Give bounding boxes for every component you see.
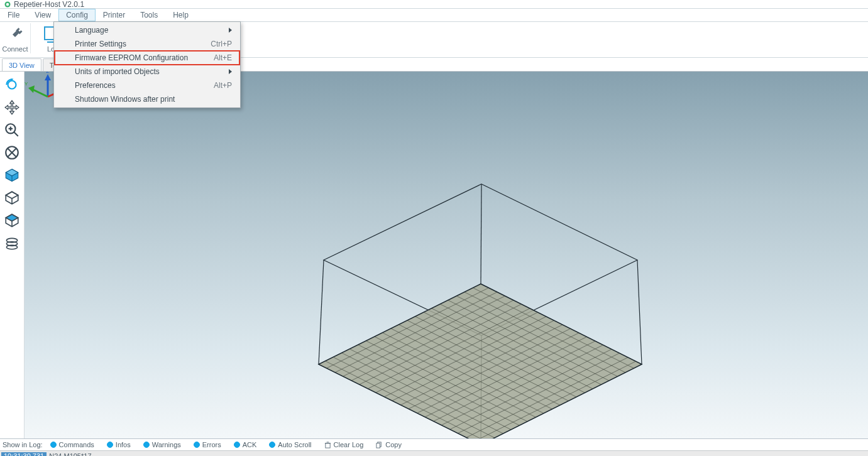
menu-view[interactable]: View: [27, 9, 58, 21]
clear-log-button[interactable]: Clear Log: [319, 441, 369, 448]
toggle-warnings[interactable]: Warnings: [138, 441, 186, 448]
pan-view-icon[interactable]: [3, 98, 21, 117]
fit-icon[interactable]: [3, 143, 21, 162]
svg-rect-84: [376, 443, 380, 447]
log-panel: 10:31:30.731 N24 M105*17: [0, 450, 868, 456]
side-toolbar: [0, 72, 25, 438]
svg-text:Z: Z: [47, 72, 50, 74]
app-title: Repetier-Host V2.0.1: [14, 0, 84, 9]
app-window: Repetier-Host V2.0.1 File View Config Pr…: [0, 0, 868, 456]
config-dropdown: Language Printer Settings Ctrl+P Firmwar…: [53, 21, 241, 108]
log-timestamp: 10:31:30.731: [1, 452, 47, 456]
svg-text:Y: Y: [25, 81, 28, 87]
menuitem-printer-settings[interactable]: Printer Settings Ctrl+P: [55, 37, 239, 51]
layers-icon[interactable]: [3, 234, 21, 252]
toggle-infos[interactable]: Infos: [102, 441, 136, 448]
iso-view-icon[interactable]: [3, 166, 21, 185]
status-dot-icon: [194, 442, 200, 448]
svg-point-1: [6, 3, 9, 6]
main-area: Z X Y: [0, 72, 868, 438]
toggle-errors[interactable]: Errors: [189, 441, 226, 448]
chevron-right-icon: [229, 28, 232, 33]
zoom-icon[interactable]: [3, 121, 21, 139]
status-dot-icon: [107, 442, 113, 448]
status-dot-icon: [50, 442, 57, 448]
perspective-icon[interactable]: [3, 188, 21, 207]
trash-icon: [324, 442, 331, 448]
menu-file[interactable]: File: [0, 9, 27, 21]
plug-icon: [5, 24, 25, 45]
toggle-ack[interactable]: ACK: [229, 441, 262, 448]
svg-marker-76: [28, 85, 35, 93]
top-view-icon[interactable]: [3, 211, 21, 230]
status-dot-icon: [234, 442, 240, 448]
status-dot-icon: [269, 442, 275, 448]
svg-line-24: [637, 260, 642, 364]
app-icon: [4, 1, 11, 8]
svg-line-25: [319, 260, 324, 364]
show-in-log-label: Show in Log:: [3, 441, 43, 448]
rotate-view-icon[interactable]: [3, 75, 21, 94]
svg-point-5: [8, 81, 16, 89]
log-toolbar: Show in Log: Commands Infos Warnings Err…: [0, 438, 868, 450]
svg-marker-27: [319, 284, 642, 438]
status-dot-icon: [143, 442, 150, 448]
svg-line-23: [481, 184, 481, 284]
log-line-text: N24 M105*17: [49, 452, 91, 456]
menu-help[interactable]: Help: [165, 9, 196, 21]
menuitem-units-imported[interactable]: Units of imported Objects: [55, 65, 239, 79]
menuitem-shutdown-after-print[interactable]: Shutdown Windows after print: [55, 92, 239, 106]
svg-line-75: [32, 89, 48, 97]
titlebar: Repetier-Host V2.0.1: [0, 0, 868, 8]
menu-tools[interactable]: Tools: [133, 9, 165, 21]
menu-config[interactable]: Config: [58, 9, 96, 21]
build-volume-render: [25, 72, 868, 438]
connect-button[interactable]: Connect: [0, 23, 31, 53]
toggle-commands[interactable]: Commands: [45, 441, 99, 448]
copy-icon: [376, 442, 383, 448]
svg-marker-72: [45, 74, 51, 80]
toggle-auto-scroll[interactable]: Auto Scroll: [264, 441, 316, 448]
menuitem-language[interactable]: Language: [55, 23, 239, 37]
copy-log-button[interactable]: Copy: [371, 441, 407, 448]
menuitem-firmware-eeprom[interactable]: Firmware EEPROM Configuration Alt+E: [55, 51, 239, 65]
chevron-right-icon: [229, 69, 232, 74]
tab-3d-view[interactable]: 3D View: [2, 58, 41, 71]
viewport-3d[interactable]: Z X Y: [25, 72, 868, 438]
menuitem-preferences[interactable]: Preferences Alt+P: [55, 79, 239, 92]
svg-line-8: [14, 132, 18, 136]
svg-rect-80: [325, 443, 329, 447]
menu-printer[interactable]: Printer: [96, 9, 133, 21]
menubar: File View Config Printer Tools Help: [0, 8, 868, 22]
